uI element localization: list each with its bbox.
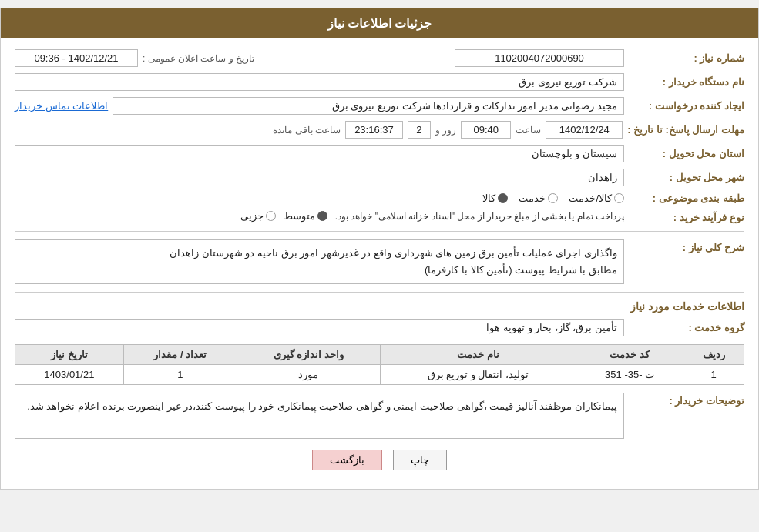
category-options: کالا/خدمت خدمت کالا (482, 192, 624, 204)
desc-row: شرح کلی نیاز : واگذاری اجرای عملیات تأمی… (15, 239, 744, 284)
need-number-value: 1102004072000690 (455, 49, 624, 67)
date-announce-value: 1402/12/21 - 09:36 (15, 49, 138, 67)
deadline-fields: 1402/12/24 ساعت 09:40 روز و 2 23:16:37 س… (15, 121, 623, 139)
process-medium-radio[interactable] (317, 211, 327, 221)
table-row: 1 ت -35- 351 تولید، انتقال و توزیع برق م… (15, 365, 744, 385)
cat-goods-service-item: کالا/خدمت (569, 192, 624, 204)
date-announce-label: تاریخ و ساعت اعلان عمومی : (143, 53, 254, 64)
main-content: شماره نیاز : 1102004072000690 تاریخ و سا… (1, 38, 758, 489)
process-label: نوع فرآیند خرید : (629, 210, 744, 223)
cat-service-radio[interactable] (548, 193, 558, 203)
deadline-time: 09:40 (461, 121, 511, 139)
cell-code: ت -35- 351 (576, 365, 683, 385)
buyer-notes-label: توضیحات خریدار : (629, 393, 744, 439)
city-label: شهر محل تحویل : (629, 172, 744, 183)
page-wrapper: جزئیات اطلاعات نیاز شماره نیاز : 1102004… (0, 8, 759, 490)
deadline-row: مهلت ارسال پاسخ: تا تاریخ : 1402/12/24 س… (15, 121, 744, 139)
process-medium-item: متوسط (284, 210, 327, 222)
divider-1 (15, 231, 744, 232)
cat-service-label: خدمت (519, 192, 546, 204)
creator-contact-link[interactable]: اطلاعات تماس خریدار (15, 100, 108, 112)
cat-service-item: خدمت (519, 192, 558, 204)
col-name: نام خدمت (380, 345, 576, 365)
buyer-org-row: نام دستگاه خریدار : شرکت توزیع نیروی برق (15, 73, 744, 91)
cell-date: 1403/01/21 (15, 365, 124, 385)
service-group-value: تأمین برق، گاز، بخار و تهویه هوا (15, 319, 624, 336)
deadline-remain: 23:16:37 (345, 121, 403, 139)
deadline-remain-label: ساعت باقی مانده (273, 125, 341, 136)
province-value: سیستان و بلوچستان (15, 145, 624, 162)
process-small-label: جزیی (240, 210, 264, 222)
deadline-time-label: ساعت (516, 125, 541, 136)
need-number-row: شماره نیاز : 1102004072000690 تاریخ و سا… (15, 49, 744, 67)
process-medium-label: متوسط (284, 210, 315, 222)
creator-row: ایجاد کننده درخواست : مجید رضوانی مدیر ا… (15, 97, 744, 115)
cell-row-num: 1 (683, 365, 744, 385)
page-header: جزئیات اطلاعات نیاز (1, 8, 758, 38)
cell-unit: مورد (237, 365, 380, 385)
process-medium-note: پرداخت تمام یا بخشی از مبلغ خریدار از مح… (335, 211, 624, 222)
category-label: طبقه بندی موضوعی : (629, 192, 744, 204)
table-header-row: ردیف کد خدمت نام خدمت واحد اندازه گیری ت… (15, 345, 744, 365)
process-small-item: جزیی (240, 210, 276, 222)
col-code: کد خدمت (576, 345, 683, 365)
desc-value: واگذاری اجرای عملیات تأمین برق زمین های … (15, 239, 624, 284)
deadline-day: 2 (408, 121, 431, 139)
city-value: زاهدان (15, 169, 624, 186)
creator-value: مجید رضوانی مدیر امور تداركات و قرارداده… (113, 97, 624, 115)
cell-qty: 1 (123, 365, 237, 385)
cat-goods-item: کالا (482, 192, 508, 204)
cell-name: تولید، انتقال و توزیع برق (380, 365, 576, 385)
city-row: شهر محل تحویل : زاهدان (15, 169, 744, 186)
print-button[interactable]: چاپ (393, 450, 447, 470)
col-row-num: ردیف (683, 345, 744, 365)
deadline-label: مهلت ارسال پاسخ: تا تاریخ : (627, 124, 744, 136)
category-row: طبقه بندی موضوعی : کالا/خدمت خدمت کالا (15, 192, 744, 204)
divider-2 (15, 292, 744, 293)
buyer-org-value: شرکت توزیع نیروی برق (15, 73, 624, 91)
cat-goods-label: کالا (482, 192, 495, 204)
col-unit: واحد اندازه گیری (237, 345, 380, 365)
process-options: پرداخت تمام یا بخشی از مبلغ خریدار از مح… (240, 210, 624, 222)
creator-label: ایجاد کننده درخواست : (629, 100, 744, 112)
desc-label: شرح کلی نیاز : (629, 239, 744, 284)
deadline-day-label: روز و (435, 125, 456, 136)
process-small-radio[interactable] (266, 211, 276, 221)
buyer-notes-value: پیمانکاران موظفند آنالیز قیمت ،گواهی صلا… (15, 393, 624, 439)
button-row: چاپ بازگشت (15, 450, 744, 470)
cat-goods-service-radio[interactable] (614, 193, 624, 203)
process-row: نوع فرآیند خرید : پرداخت تمام یا بخشی از… (15, 210, 744, 223)
services-section-title: اطلاعات خدمات مورد نیاز (15, 300, 744, 313)
back-button[interactable]: بازگشت (312, 450, 382, 470)
services-table: ردیف کد خدمت نام خدمت واحد اندازه گیری ت… (15, 344, 744, 385)
service-group-label: گروه خدمت : (629, 322, 744, 333)
service-group-row: گروه خدمت : تأمین برق، گاز، بخار و تهویه… (15, 319, 744, 336)
need-number-label: شماره نیاز : (629, 52, 744, 64)
buyer-notes-row: توضیحات خریدار : پیمانکاران موظفند آنالی… (15, 393, 744, 439)
buyer-org-label: نام دستگاه خریدار : (629, 76, 744, 88)
deadline-date: 1402/12/24 (546, 121, 623, 139)
province-row: استان محل تحویل : سیستان و بلوچستان (15, 145, 744, 162)
page-title: جزئیات اطلاعات نیاز (327, 17, 432, 30)
cat-goods-radio[interactable] (498, 193, 508, 203)
cat-goods-service-label: کالا/خدمت (569, 192, 612, 204)
col-date: تاریخ نیاز (15, 345, 124, 365)
col-qty: تعداد / مقدار (123, 345, 237, 365)
province-label: استان محل تحویل : (629, 148, 744, 159)
